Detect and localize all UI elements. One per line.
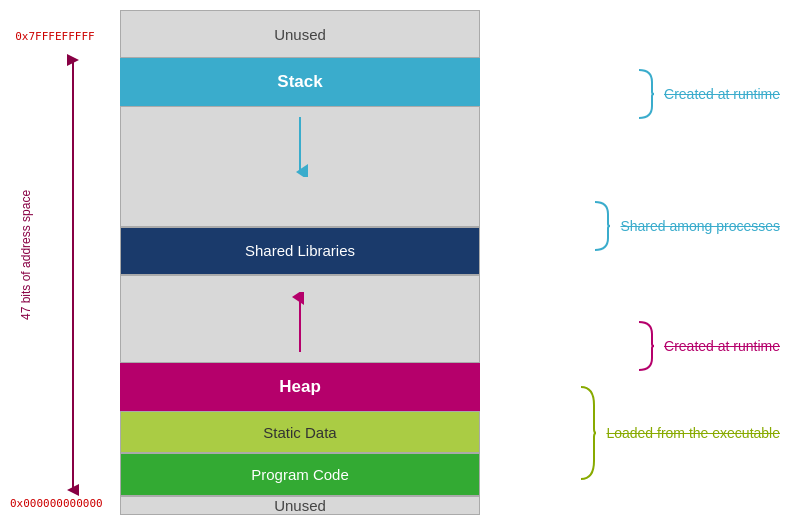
annotation-heap-label: Created at runtime xyxy=(664,338,780,354)
stack-growth-arrow xyxy=(290,117,310,177)
brace-shared xyxy=(590,200,612,252)
memory-diagram: Unused Stack Shared Libraries He xyxy=(120,10,480,515)
annotation-stack-label: Created at runtime xyxy=(664,86,780,102)
segment-shared-libraries: Shared Libraries xyxy=(120,227,480,275)
segment-unused-top: Unused xyxy=(120,10,480,58)
annotation-heap: Created at runtime xyxy=(634,320,780,372)
brace-executable xyxy=(576,385,598,481)
annotation-shared: Shared among processes xyxy=(590,200,780,252)
segment-unused-bottom: Unused xyxy=(120,496,480,515)
annotation-stack: Created at runtime xyxy=(634,68,780,120)
segment-program-code: Program Code xyxy=(120,453,480,496)
segment-static-data: Static Data xyxy=(120,411,480,454)
brace-heap xyxy=(634,320,656,372)
segment-gap1 xyxy=(120,106,480,226)
annotation-executable: Loaded from the executable xyxy=(576,385,780,481)
annotation-executable-label: Loaded from the executable xyxy=(606,425,780,441)
segment-stack: Stack xyxy=(120,58,480,106)
vertical-arrow-svg xyxy=(62,50,84,500)
segment-heap: Heap xyxy=(120,363,480,411)
annotation-shared-label: Shared among processes xyxy=(620,218,780,234)
brace-stack xyxy=(634,68,656,120)
segment-gap2 xyxy=(120,275,480,363)
address-space-label: 47 bits of address space xyxy=(18,60,34,450)
heap-growth-arrow xyxy=(290,292,310,352)
top-address: 0x7FFFEFFFFF xyxy=(15,30,94,43)
bottom-address: 0x000000000000 xyxy=(10,497,103,510)
